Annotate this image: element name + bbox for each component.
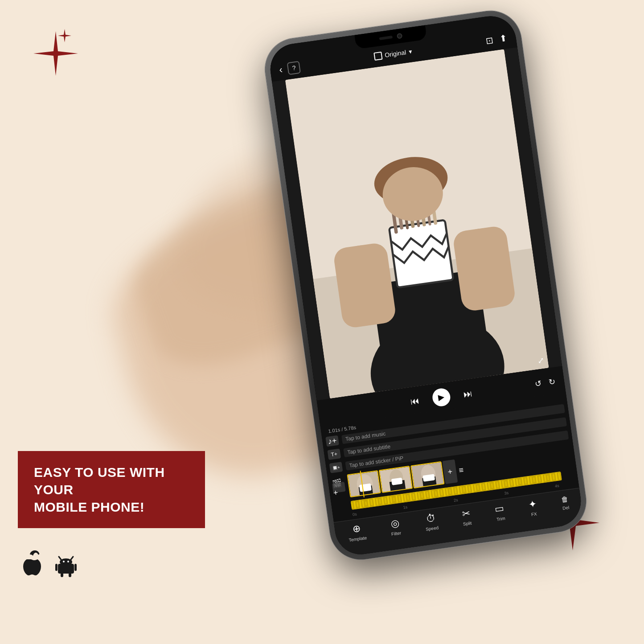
red-banner: EASY TO USE WITH YOUR MOBILE PHONE! [18,451,205,528]
trim-icon: ▭ [494,502,505,515]
android-platform-icon [54,554,78,577]
clip-1-thumbnail [348,471,381,498]
svg-line-115 [59,557,62,560]
split-label: Split [463,521,472,527]
filter-icon: ◎ [390,517,399,530]
svg-rect-122 [74,564,77,571]
skip-forward-button[interactable]: ⏭ [463,388,473,399]
toolbar-item-fx[interactable]: ✦ FX [528,498,538,517]
play-button[interactable]: ▶ [431,387,451,407]
add-sticker-icon: 🔲+ [329,462,343,473]
svg-line-116 [70,557,73,560]
notch-sensor [379,36,393,40]
platform-icons [22,550,78,582]
add-video-icon[interactable]: 🎬+ [332,482,345,493]
redo-button[interactable]: ↻ [548,377,556,387]
banner-line-1: EASY TO USE WITH YOUR [34,465,165,497]
ruler-mark-3: 3s [504,491,509,496]
add-clip-button[interactable]: + [442,459,458,484]
toolbar-item-filter[interactable]: ◎ Filter [389,517,402,537]
clip-2-thumbnail [379,467,412,493]
save-icon[interactable]: ⊡ [485,35,494,46]
ruler-mark-4: 4s [554,484,559,488]
video-preview: ⤢ [285,49,549,398]
delete-icon: 🗑 [560,495,568,504]
video-preview-content: ⤢ [285,49,549,398]
speed-label: Speed [425,525,439,532]
svg-rect-120 [58,564,74,574]
notch-camera [396,33,402,39]
aspect-icon [373,52,382,61]
editor-topbar-left: ‹ ? [278,61,301,76]
toolbar-item-speed[interactable]: ⏱ Speed [423,512,439,532]
svg-point-118 [63,561,65,562]
svg-point-119 [67,561,69,562]
clip-2[interactable] [378,466,413,493]
aspect-label: Original [384,49,406,59]
trim-label: Trim [496,516,505,522]
svg-rect-8 [389,220,453,288]
fx-label: FX [531,511,537,517]
toolbar-item-trim[interactable]: ▭ Trim [494,502,506,522]
banner-text: EASY TO USE WITH YOUR MOBILE PHONE! [34,464,189,516]
svg-rect-123 [61,573,63,577]
dropdown-chevron-icon: ▾ [408,48,412,55]
clip-3-thumbnail [411,462,444,489]
video-preview-image [285,49,549,398]
svg-rect-124 [69,573,71,577]
fullscreen-button[interactable]: ⤢ [537,355,545,366]
banner-line-2: MOBILE PHONE! [34,500,144,514]
split-icon: ✂ [461,507,470,520]
toolbar-item-template[interactable]: ⊕ Template [346,522,367,542]
speed-icon: ⏱ [425,512,436,525]
undo-redo-controls: ↺ ↻ [534,377,556,389]
fx-icon: ✦ [528,498,537,510]
help-button[interactable]: ? [287,61,301,75]
share-icon[interactable]: ⬆ [499,33,508,44]
toolbar-item-delete[interactable]: 🗑 Del [560,495,569,511]
svg-rect-121 [55,564,57,571]
undo-button[interactable]: ↺ [534,378,542,389]
add-subtitle-icon: T+ [327,448,341,460]
apple-logo-svg [22,550,45,576]
skip-back-button[interactable]: ⏮ [410,395,420,407]
apple-platform-icon [22,550,45,582]
android-logo-svg [54,554,78,577]
ruler-mark-0: 0s [352,512,357,517]
ruler-mark-2: 2s [453,498,458,503]
sparkle-top-left [27,27,85,86]
template-icon: ⊕ [352,523,361,535]
ruler-mark-1: 1s [402,505,407,510]
filter-label: Filter [391,530,402,537]
delete-label: Del [562,505,569,511]
back-button[interactable]: ‹ [278,64,283,76]
add-music-icon: ♪+ [325,435,339,447]
editor-topbar-center[interactable]: Original ▾ [373,47,412,61]
toolbar-item-split[interactable]: ✂ Split [461,507,472,526]
template-label: Template [349,535,367,543]
clip-3[interactable] [410,461,444,488]
editor-topbar-right: ⊡ ⬆ [485,33,508,46]
